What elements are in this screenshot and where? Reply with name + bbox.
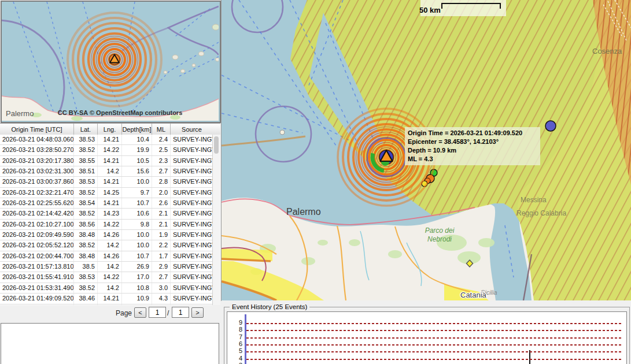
table-row[interactable]: 2026-03-21 02:32:21.47038.5214.259.72.0S… xyxy=(0,188,213,198)
cell-source: SURVEY-INGV xyxy=(171,240,213,250)
header-cell-source[interactable]: Source xyxy=(171,124,213,135)
table-scrollbar-thumb[interactable] xyxy=(214,136,219,154)
cell-source: SURVEY-INGV xyxy=(171,283,213,293)
cell-ml: 2.4 xyxy=(152,135,171,144)
table-row[interactable]: 2026-03-21 01:55:41.91038.5314.2217.02.7… xyxy=(0,272,213,283)
cell-lat: 38.52 xyxy=(74,209,98,218)
cell-lat: 38.56 xyxy=(74,220,98,229)
cell-origin_time: 2026-03-21 02:05:52.120 xyxy=(0,240,74,250)
gridline xyxy=(246,359,622,360)
station-marker-blue xyxy=(545,121,556,131)
table-row[interactable]: 2026-03-21 01:57:13.81038.514.226.92.9SU… xyxy=(0,262,213,272)
cell-origin_time: 2026-03-21 02:32:21.470 xyxy=(0,188,74,198)
table-row[interactable]: 2026-03-21 03:28:50.27038.5214.2219.92.5… xyxy=(0,145,213,155)
cell-depth_km: 10.4 xyxy=(122,135,152,144)
table-row[interactable]: 2026-03-21 03:02:31.30038.5114.215.62.7S… xyxy=(0,166,213,177)
label-palermo: Palermo xyxy=(286,207,321,217)
cell-lng: 14.21 xyxy=(98,198,122,208)
overview-minimap[interactable]: Palermo CC BY-SA © OpenStreetMap contrib… xyxy=(1,1,221,123)
label-messina: Messina xyxy=(521,196,547,204)
page-label: Page xyxy=(116,309,132,317)
cell-ml: 2.2 xyxy=(152,240,171,250)
cell-depth_km: 19.9 xyxy=(122,145,152,155)
cell-depth_km: 10.9 xyxy=(122,294,152,303)
event-table: Origin Time [UTC] Lat. Lng. Depth[km] ML… xyxy=(0,123,220,306)
tooltip-magnitude: ML = 4.3 xyxy=(408,155,537,164)
table-row[interactable]: 2026-03-21 04:48:03.06038.5314.2110.42.4… xyxy=(0,135,213,145)
cell-lng: 14.2 xyxy=(98,166,122,176)
header-cell-lat[interactable]: Lat. xyxy=(74,124,98,135)
table-row[interactable]: 2026-03-21 02:14:42.42038.5214.2310.62.1… xyxy=(0,209,213,219)
cell-lat: 38.51 xyxy=(74,166,98,176)
cell-depth_km: 17.0 xyxy=(122,272,152,282)
table-row[interactable]: 2026-03-21 02:09:49.59038.4814.2610.01.9… xyxy=(0,230,213,240)
header-cell-depth[interactable]: Depth[km] xyxy=(122,124,152,135)
current-page-input[interactable] xyxy=(149,307,166,318)
osm-attribution: CC BY-SA © OpenStreetMap contributors xyxy=(25,109,215,116)
cell-origin_time: 2026-03-21 01:49:09.520 xyxy=(0,294,74,303)
cell-source: SURVEY-INGV xyxy=(171,156,213,166)
next-page-button[interactable]: > xyxy=(191,307,204,318)
table-scrollbar[interactable] xyxy=(212,135,220,306)
cell-origin_time: 2026-03-21 02:09:49.590 xyxy=(0,230,74,240)
main-map[interactable]: Palermo Cosenza Messina Reggio Calabria … xyxy=(222,0,631,300)
y-tick-label: 8 xyxy=(228,326,242,333)
empty-text-panel[interactable] xyxy=(1,323,219,364)
table-row[interactable]: 2026-03-21 03:00:37.86038.5314.2110.02.8… xyxy=(0,177,213,187)
cell-ml: 2.1 xyxy=(152,209,171,218)
table-row[interactable]: 2026-03-21 03:20:17.38038.5514.2110.52.3… xyxy=(0,156,213,166)
cell-depth_km: 10.7 xyxy=(122,198,152,208)
cell-source: SURVEY-INGV xyxy=(171,220,213,229)
cell-source: SURVEY-INGV xyxy=(171,198,213,208)
cell-depth_km: 10.0 xyxy=(122,177,152,187)
table-row[interactable]: 2026-03-21 02:00:44.70038.4814.2610.71.7… xyxy=(0,251,213,262)
cell-lng: 14.2 xyxy=(98,262,122,272)
cell-ml: 2.5 xyxy=(152,145,171,155)
cell-depth_km: 15.6 xyxy=(122,166,152,176)
table-row[interactable]: 2026-03-21 02:05:52.12038.5214.210.02.2S… xyxy=(0,240,213,251)
cell-lat: 38.5 xyxy=(74,262,98,272)
cell-depth_km: 10.6 xyxy=(122,209,152,218)
table-row[interactable]: 2026-03-21 02:25:55.62038.5414.2110.72.6… xyxy=(0,198,213,209)
header-cell-lng[interactable]: Lng. xyxy=(98,124,122,135)
cell-source: SURVEY-INGV xyxy=(171,262,213,272)
cell-ml: 1.9 xyxy=(152,230,171,240)
event-history-title: Event History (25 Events) xyxy=(230,303,309,310)
cell-lat: 38.54 xyxy=(74,198,98,208)
label-catania: Catania xyxy=(460,291,487,299)
cell-lat: 38.48 xyxy=(74,230,98,240)
cell-ml: 2.9 xyxy=(152,262,171,272)
cell-origin_time: 2026-03-21 01:57:13.810 xyxy=(0,262,74,272)
table-row[interactable]: 2026-03-21 01:53:31.49038.5214.210.83.0S… xyxy=(0,283,213,294)
cell-lng: 14.2 xyxy=(98,283,122,293)
cell-ml: 1.7 xyxy=(152,251,171,261)
gridline xyxy=(246,330,622,331)
cell-origin_time: 2026-03-21 04:48:03.060 xyxy=(0,135,74,144)
cell-origin_time: 2026-03-21 03:02:31.300 xyxy=(0,166,74,176)
cell-origin_time: 2026-03-21 02:25:55.620 xyxy=(0,198,74,208)
pager: Page < / > xyxy=(0,305,220,322)
cell-lat: 38.46 xyxy=(74,294,98,303)
event-table-body: 2026-03-21 04:48:03.06038.5314.2110.42.4… xyxy=(0,135,213,306)
cell-source: SURVEY-INGV xyxy=(171,188,213,198)
label-cosenza: Cosenza xyxy=(592,47,622,55)
tooltip-origin-time: Origin Time = 2026-03-21 01:49:09.520 xyxy=(408,129,537,138)
y-tick-label: 7 xyxy=(228,333,242,340)
total-pages-input[interactable] xyxy=(172,307,189,318)
prev-page-button[interactable]: < xyxy=(134,307,146,318)
cell-lat: 38.53 xyxy=(74,272,98,282)
header-cell-origin-time[interactable]: Origin Time [UTC] xyxy=(0,124,74,135)
cell-lat: 38.52 xyxy=(74,283,98,293)
minimap-epicenter-marker-icon[interactable] xyxy=(109,54,120,65)
cell-depth_km: 10.0 xyxy=(122,240,152,250)
table-row[interactable]: 2026-03-21 01:49:09.52038.4614.2110.94.3… xyxy=(0,294,213,304)
cell-source: SURVEY-INGV xyxy=(171,166,213,176)
cell-ml: 2.8 xyxy=(152,177,171,187)
table-row[interactable]: 2026-03-21 02:10:27.10038.5614.229.82.1S… xyxy=(0,220,213,230)
header-cell-ml[interactable]: ML xyxy=(152,124,171,135)
buoy-dot xyxy=(280,130,285,135)
cell-depth_km: 26.9 xyxy=(122,262,152,272)
cell-source: SURVEY-INGV xyxy=(171,135,213,144)
cell-lat: 38.48 xyxy=(74,251,98,261)
cell-ml: 2.7 xyxy=(152,272,171,282)
